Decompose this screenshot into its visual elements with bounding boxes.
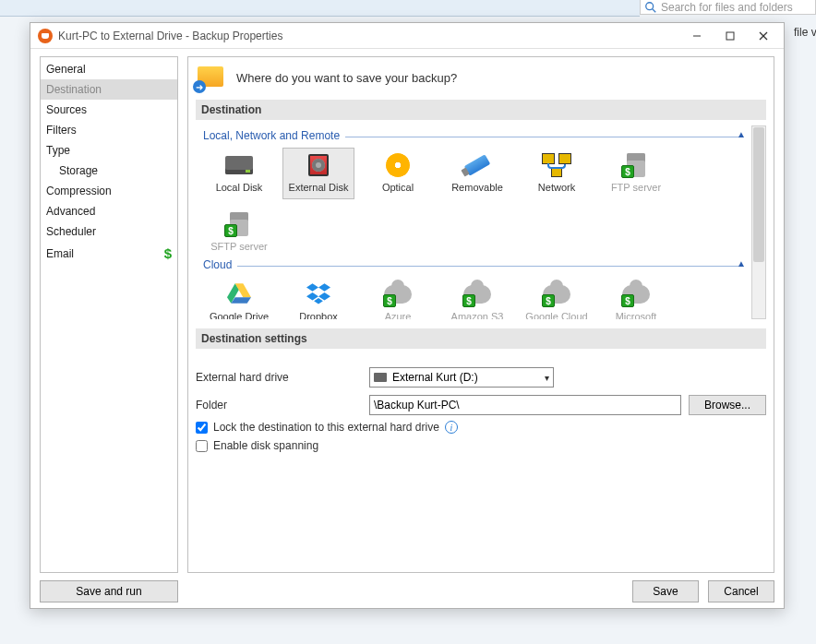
gdrive-icon — [222, 281, 256, 307]
tile-label: Google Drive — [210, 311, 269, 319]
sidebar-item-filters[interactable]: Filters — [41, 120, 177, 140]
sidebar-item-label: Compression — [46, 185, 112, 197]
folder-label: Folder — [196, 399, 362, 411]
background-toolbar — [0, 0, 640, 17]
group-title: Local, Network and Remote▲ — [203, 129, 744, 142]
paid-badge-icon: $ — [621, 165, 634, 178]
destination-tile-google-drive[interactable]: Google Drive — [203, 277, 275, 319]
save-button[interactable]: Save — [632, 580, 699, 602]
destination-tile-azure[interactable]: $Azure — [362, 277, 434, 319]
folder-input[interactable] — [369, 395, 681, 415]
sidebar-item-label: Email — [46, 247, 74, 260]
server-icon: $ — [619, 152, 653, 178]
destination-tile-ftp-server[interactable]: $FTP server — [600, 148, 672, 199]
sidebar-item-label: Filters — [46, 124, 77, 137]
lock-destination-checkbox[interactable] — [196, 422, 208, 434]
sidebar-item-label: Sources — [46, 103, 87, 116]
scrollbar-thumb[interactable] — [753, 127, 764, 262]
info-icon[interactable]: i — [445, 421, 458, 434]
destination-tile-dropbox[interactable]: Dropbox — [282, 277, 354, 319]
tile-label: SFTP server — [210, 241, 268, 254]
localdisk-icon — [222, 152, 256, 178]
section-destination-settings: Destination settings — [196, 328, 766, 349]
paid-badge-icon: $ — [542, 294, 555, 307]
tile-label: External Disk — [289, 182, 349, 195]
sidebar-item-general[interactable]: General — [41, 59, 177, 79]
sidebar-item-label: Advanced — [46, 205, 95, 218]
destination-tile-sftp-server[interactable]: $SFTP server — [203, 207, 275, 258]
group-title-text: Local, Network and Remote — [203, 129, 340, 142]
minimize-button[interactable] — [680, 25, 714, 47]
sidebar-item-sources[interactable]: Sources — [41, 100, 177, 120]
destination-tile-network[interactable]: Network — [521, 148, 593, 199]
drive-select[interactable]: External Kurt (D:) ▾ — [369, 367, 554, 388]
dialog-title: Kurt-PC to External Drive - Backup Prope… — [58, 30, 680, 42]
destination-folder-icon: ➜ — [196, 65, 225, 90]
svg-line-1 — [653, 8, 656, 12]
app-icon — [38, 29, 53, 43]
tile-label: Network — [538, 182, 575, 195]
dialog-footer: Save Cancel — [187, 580, 774, 602]
sidebar-item-storage[interactable]: Storage — [41, 161, 177, 181]
backup-properties-dialog: Kurt-PC to External Drive - Backup Prope… — [30, 22, 785, 609]
svg-rect-3 — [726, 32, 734, 40]
chevron-down-icon: ▾ — [545, 373, 549, 383]
cloud-icon: $ — [540, 281, 573, 307]
browse-button[interactable]: Browse... — [689, 395, 766, 415]
sidebar-item-type[interactable]: Type — [41, 140, 177, 161]
drive-selected-value: External Kurt (D:) — [392, 371, 478, 384]
sidebar-item-scheduler[interactable]: Scheduler — [41, 221, 177, 242]
maximize-icon — [726, 31, 735, 41]
extdisk-icon — [302, 152, 335, 178]
header-row: ➜ Where do you want to save your backup? — [196, 65, 766, 90]
sidebar-item-label: Type — [46, 144, 70, 157]
maximize-button[interactable] — [714, 25, 747, 47]
group-title: Cloud▲ — [203, 258, 744, 271]
sidebar-item-email[interactable]: Email$ — [41, 242, 177, 265]
cancel-button[interactable]: Cancel — [708, 580, 774, 602]
tile-label: Dropbox — [299, 311, 338, 319]
destination-tile-microsoft-onedrive[interactable]: $Microsoft OneDrive — [600, 277, 672, 319]
destination-tile-external-disk[interactable]: External Disk — [282, 148, 354, 199]
section-destination: Destination — [196, 100, 766, 120]
collapse-caret-icon[interactable]: ▲ — [737, 258, 746, 268]
destination-tile-local-disk[interactable]: Local Disk — [203, 148, 275, 199]
destination-tile-google-cloud-storage[interactable]: $Google Cloud Storage — [521, 277, 593, 319]
drive-label: External hard drive — [196, 371, 362, 384]
paid-badge-icon: $ — [383, 294, 396, 307]
window-controls — [680, 25, 780, 47]
destination-tile-amazon-s3[interactable]: $Amazon S3 — [441, 277, 513, 319]
destination-tile-removable[interactable]: Removable — [441, 148, 513, 199]
disk-spanning-label[interactable]: Enable disk spanning — [213, 439, 318, 452]
tile-label: FTP server — [611, 182, 661, 195]
close-icon — [759, 31, 768, 41]
minimize-icon — [692, 31, 702, 41]
destination-tile-optical[interactable]: Optical — [362, 148, 434, 199]
sidebar-item-compression[interactable]: Compression — [41, 181, 177, 201]
sidebar-item-destination[interactable]: Destination — [41, 79, 177, 100]
main-content: ➜ Where do you want to save your backup?… — [187, 56, 774, 573]
search-placeholder: Search for files and folders — [661, 1, 793, 14]
titlebar[interactable]: Kurt-PC to External Drive - Backup Prope… — [30, 23, 784, 49]
svg-point-0 — [646, 2, 654, 9]
sidebar-item-label: Destination — [46, 83, 102, 96]
close-button[interactable] — [747, 25, 780, 47]
sidebar-item-advanced[interactable]: Advanced — [41, 201, 177, 221]
sidebar: GeneralDestinationSourcesFiltersTypeStor… — [40, 56, 178, 602]
settings-area: External hard drive External Kurt (D:) ▾… — [196, 360, 766, 452]
dropbox-icon — [302, 281, 335, 307]
tile-label: Google Cloud Storage — [523, 311, 590, 319]
disk-spanning-checkbox[interactable] — [196, 440, 208, 452]
tile-label: Amazon S3 — [451, 311, 504, 319]
lock-destination-label[interactable]: Lock the destination to this external ha… — [213, 421, 439, 434]
network-icon — [540, 152, 573, 178]
vertical-scrollbar[interactable] — [751, 125, 766, 319]
group-title-text: Cloud — [203, 258, 232, 271]
search-input[interactable]: Search for files and folders — [640, 0, 816, 15]
save-and-run-button[interactable]: Save and run — [40, 580, 178, 602]
top-right-text: file v — [794, 26, 816, 39]
cloud-icon: $ — [461, 281, 494, 307]
tile-label: Azure — [385, 311, 412, 319]
collapse-caret-icon[interactable]: ▲ — [737, 129, 746, 139]
cloud-icon: $ — [381, 281, 414, 307]
